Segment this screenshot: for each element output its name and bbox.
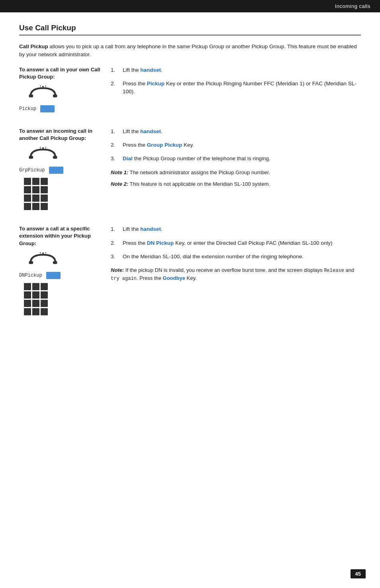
right-col-own: 1. Lift the handset. 2. Press the Pickup… bbox=[111, 66, 361, 102]
keypad-key bbox=[32, 203, 39, 210]
grp-key-button bbox=[49, 167, 63, 174]
header-title: Incoming calls bbox=[335, 3, 370, 9]
header-bar: Incoming calls bbox=[0, 0, 380, 12]
keypad-key bbox=[32, 300, 39, 307]
phone-diagram-own: Pickup bbox=[19, 85, 104, 112]
highlight-pickup-key: Pickup bbox=[147, 81, 165, 87]
keypad-key bbox=[41, 300, 48, 307]
subsection-grp-pickup: To answer an incoming call in another Ca… bbox=[19, 128, 361, 213]
mono-release: Release bbox=[324, 268, 344, 273]
svg-line-3 bbox=[40, 85, 41, 87]
highlight-handset-2: handset bbox=[140, 128, 161, 134]
keypad-key bbox=[24, 195, 31, 202]
keypad-key bbox=[24, 178, 31, 185]
phone-diagram-dn: DNPickup bbox=[19, 252, 104, 315]
intro-bold: Call Pickup bbox=[19, 43, 48, 49]
subsection-dn-pickup: To answer a call at a specific extension… bbox=[19, 225, 361, 319]
left-col-grp: To answer an incoming call in another Ca… bbox=[19, 128, 111, 213]
phone-diagram-grp: GrpPickup bbox=[19, 147, 104, 210]
keypad-key bbox=[41, 291, 48, 299]
svg-rect-11 bbox=[53, 261, 57, 264]
intro-paragraph: Call Pickup allows you to pick up a call… bbox=[19, 43, 361, 59]
main-content: Use Call Pickup Call Pickup allows you t… bbox=[0, 12, 380, 354]
step-item: 1. Lift the handset. bbox=[111, 66, 361, 74]
subsection-own-pickup: To answer a call in your own Call Pickup… bbox=[19, 66, 361, 116]
highlight-group-pickup: Group Pickup bbox=[147, 142, 182, 148]
svg-line-8 bbox=[40, 147, 41, 148]
steps-list-dn: 1. Lift the handset. 2. Press the DN Pic… bbox=[111, 225, 361, 261]
steps-list-own: 1. Lift the handset. 2. Press the Pickup… bbox=[111, 66, 361, 96]
step-item: 1. Lift the handset. bbox=[111, 128, 361, 136]
keypad-grid-grp bbox=[24, 178, 48, 210]
keypad-key bbox=[24, 308, 31, 315]
step-item: 2. Press the Group Pickup Key. bbox=[111, 141, 361, 149]
highlight-dn-pickup: DN Pickup bbox=[147, 240, 174, 246]
keypad-key bbox=[41, 186, 48, 193]
keypad-grid-dn bbox=[24, 283, 48, 315]
highlight-dial-1: Dial bbox=[123, 155, 133, 161]
highlight-handset-1: handset bbox=[140, 67, 161, 73]
key-row-pickup: Pickup bbox=[19, 105, 55, 112]
svg-line-13 bbox=[40, 252, 41, 254]
page-number: 45 bbox=[351, 569, 366, 578]
step-item: 3. Dial the Pickup Group number of the t… bbox=[111, 155, 361, 163]
keypad-key bbox=[41, 195, 48, 202]
key-label-dn: DNPickup bbox=[19, 273, 42, 278]
phone-icon-3 bbox=[27, 252, 59, 268]
keypad-key bbox=[24, 203, 31, 210]
key-row-dn: DNPickup bbox=[19, 272, 61, 279]
phone-icon-2 bbox=[27, 147, 59, 163]
steps-list-grp: 1. Lift the handset. 2. Press the Group … bbox=[111, 128, 361, 163]
keypad-key bbox=[32, 195, 39, 202]
note-2: Note 2: This feature is not applicable o… bbox=[111, 180, 361, 188]
left-col-own: To answer a call in your own Call Pickup… bbox=[19, 66, 111, 116]
subsection-label-own: To answer a call in your own Call Pickup… bbox=[19, 66, 104, 81]
keypad-key bbox=[41, 178, 48, 185]
svg-rect-5 bbox=[29, 156, 33, 159]
highlight-goodbye: Goodbye bbox=[163, 275, 185, 281]
right-col-dn: 1. Lift the handset. 2. Press the DN Pic… bbox=[111, 225, 361, 286]
svg-rect-0 bbox=[29, 94, 33, 97]
note-dn: Note: If the pickup DN is invalid, you r… bbox=[111, 266, 361, 282]
keypad-key bbox=[24, 291, 31, 299]
mono-try-again: try again bbox=[111, 276, 137, 281]
right-col-grp: 1. Lift the handset. 2. Press the Group … bbox=[111, 128, 361, 192]
keypad-key bbox=[41, 203, 48, 210]
left-col-dn: To answer a call at a specific extension… bbox=[19, 225, 111, 319]
step-item: 2. Press the Pickup Key or enter the Pic… bbox=[111, 80, 361, 96]
pickup-key-button bbox=[40, 105, 55, 112]
step-item: 3. On the Meridian SL-100, dial the exte… bbox=[111, 253, 361, 261]
key-label-pickup: Pickup bbox=[19, 106, 36, 112]
subsection-label-grp: To answer an incoming call in another Ca… bbox=[19, 128, 104, 142]
svg-rect-6 bbox=[53, 156, 57, 159]
svg-rect-1 bbox=[53, 94, 57, 97]
phone-icon-1 bbox=[27, 85, 59, 101]
keypad-key bbox=[32, 186, 39, 193]
svg-line-14 bbox=[45, 252, 46, 254]
svg-rect-10 bbox=[29, 261, 33, 264]
key-row-grp: GrpPickup bbox=[19, 167, 63, 174]
dn-key-button bbox=[46, 272, 61, 279]
keypad-key bbox=[32, 291, 39, 299]
keypad-key bbox=[24, 186, 31, 193]
intro-rest: allows you to pick up a call from any te… bbox=[19, 43, 357, 57]
subsection-label-dn: To answer a call at a specific extension… bbox=[19, 225, 104, 247]
note-1: Note 1: The network administrator assign… bbox=[111, 169, 361, 177]
keypad-key bbox=[41, 308, 48, 315]
key-label-grp: GrpPickup bbox=[19, 167, 45, 173]
section-title: Use Call Pickup bbox=[19, 24, 361, 35]
highlight-handset-3: handset bbox=[140, 226, 161, 232]
keypad-key bbox=[32, 283, 39, 290]
keypad-key bbox=[32, 308, 39, 315]
keypad-key bbox=[32, 178, 39, 185]
svg-line-9 bbox=[45, 147, 46, 148]
step-item: 1. Lift the handset. bbox=[111, 225, 361, 233]
svg-line-4 bbox=[45, 85, 46, 87]
keypad-key bbox=[41, 283, 48, 290]
keypad-key bbox=[24, 300, 31, 307]
step-item: 2. Press the DN Pickup Key, or enter the… bbox=[111, 239, 361, 247]
keypad-key bbox=[24, 283, 31, 290]
